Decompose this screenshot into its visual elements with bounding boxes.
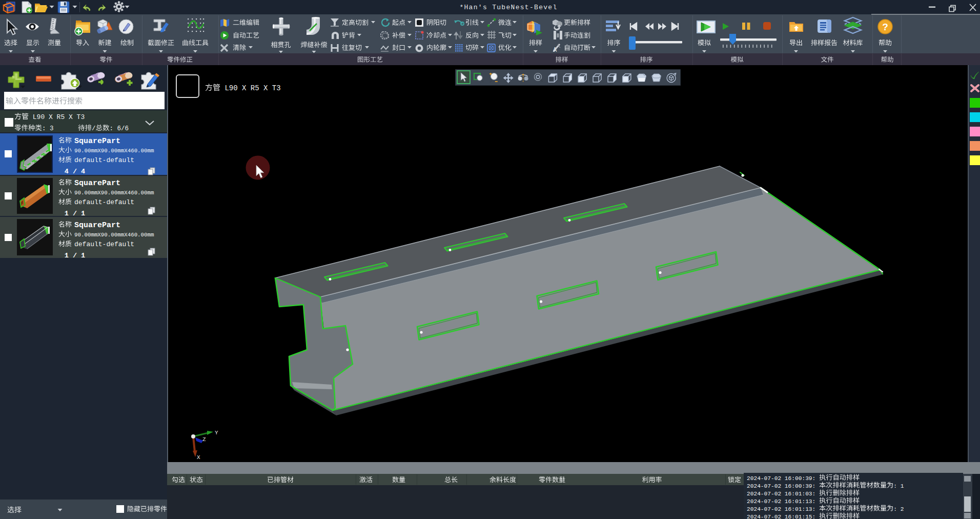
svg-text:*Han's TubeNest-Bevel: *Han's TubeNest-Bevel — [459, 4, 557, 11]
svg-text:default-default: default-default — [74, 241, 134, 248]
svg-text:X: X — [197, 454, 200, 461]
svg-text:default-default: default-default — [74, 156, 134, 164]
svg-text:2024-07-02 16:01:13:: 2024-07-02 16:01:13: — [747, 506, 819, 512]
svg-text:2024-07-02 16:00:39:: 2024-07-02 16:00:39: — [747, 483, 819, 489]
svg-text:2024-07-02 16:00:39:: 2024-07-02 16:00:39: — [747, 475, 819, 482]
svg-text:1 / 1: 1 / 1 — [65, 252, 86, 260]
svg-text:: 1: : 1 — [893, 483, 904, 489]
svg-text:1 / 1: 1 / 1 — [65, 210, 86, 217]
svg-text:2024-07-02 16:01:15:: 2024-07-02 16:01:15: — [747, 514, 819, 519]
svg-text:SquarePart: SquarePart — [74, 221, 120, 230]
svg-text:90.00mmX90.00mmX460.00mm: 90.00mmX90.00mmX460.00mm — [74, 232, 154, 238]
svg-text:2024-07-02 16:01:13:: 2024-07-02 16:01:13: — [747, 498, 819, 505]
svg-text:?: ? — [882, 22, 888, 32]
svg-text:90.00mmX90.00mmX460.00mm: 90.00mmX90.00mmX460.00mm — [74, 190, 154, 196]
svg-text:Z: Z — [202, 436, 206, 443]
svg-text:SquarePart: SquarePart — [74, 179, 120, 188]
svg-text:4 / 4: 4 / 4 — [65, 168, 86, 175]
svg-text:: 2: : 2 — [893, 506, 904, 512]
svg-text:/: / — [92, 125, 96, 132]
svg-text:default-default: default-default — [74, 198, 134, 206]
svg-text:L90 X R5 X T3: L90 X R5 X T3 — [29, 113, 85, 121]
svg-text:Y: Y — [215, 430, 218, 436]
svg-text:: 3: : 3 — [42, 125, 54, 132]
svg-text:SquarePart: SquarePart — [74, 137, 120, 146]
svg-text:A: A — [553, 47, 557, 54]
svg-text:L90 X R5 X T3: L90 X R5 X T3 — [220, 84, 281, 92]
svg-text:90.00mmX90.00mmX460.00mm: 90.00mmX90.00mmX460.00mm — [74, 148, 154, 154]
svg-text:: 6/6: : 6/6 — [110, 125, 129, 132]
svg-text:2024-07-02 16:01:03:: 2024-07-02 16:01:03: — [747, 491, 819, 497]
